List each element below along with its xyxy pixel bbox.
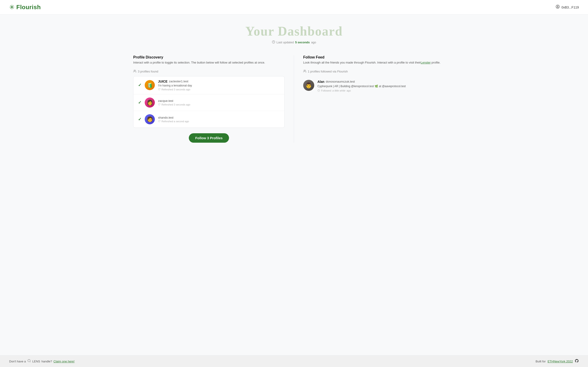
flourish-logo-icon: ✳ [9, 3, 15, 11]
avatar-shando [145, 114, 155, 124]
refresh-icon-juice [158, 88, 160, 91]
profile-info-shando: shando.test Refreshed a second ago [158, 116, 280, 123]
profile-item[interactable]: ✓ zacque.test [133, 94, 284, 111]
profile-info-zacque: zacque.test Refreshed 3 seconds ago [158, 99, 280, 106]
followed-count: 1 profiles followed via Flourish [303, 69, 455, 73]
footer-lens-text: LENS [32, 360, 40, 363]
clock-icon-feed [317, 89, 320, 92]
profile-refresh-zacque: Refreshed 3 seconds ago [158, 103, 280, 106]
profile-name-row-shando: shando.test [158, 116, 280, 119]
people-icon-feed [303, 69, 306, 73]
profile-bio-juice: I'm having a lensational day [158, 84, 280, 87]
dashboard-title: Your Dashboard [14, 24, 574, 39]
refresh-icon-zacque [158, 103, 160, 106]
refresh-text-zacque: Refreshed 3 seconds ago [162, 103, 190, 106]
profile-discovery-desc: Interact with a profile to toggle its se… [133, 60, 285, 65]
followed-text: Followed [321, 89, 331, 92]
logo-text: Flourish [16, 4, 41, 11]
profile-handle-zacque: zacque.test [158, 99, 173, 102]
footer-dont-have: Don't have a [9, 360, 26, 363]
avatar-zacque [145, 98, 155, 108]
followed-handle-alan: donosonaumczuk.test [326, 80, 355, 83]
footer-left: Don't have a LENS handle? Claim one here… [9, 359, 75, 364]
wallet-icon [556, 5, 560, 10]
followed-item[interactable]: Alan donosonaumczuk.test Cypherpunk | AR… [303, 77, 455, 95]
check-icon-zacque: ✓ [138, 100, 141, 105]
svg-point-4 [304, 70, 305, 71]
profile-display-name-juice: JUICE [158, 80, 167, 83]
followed-name-row-alan: Alan donosonaumczuk.test [317, 80, 455, 83]
follow-feed-desc-prefix: Look through all the friends you made th… [303, 61, 421, 64]
profile-handle-shando: shando.test [158, 116, 173, 119]
followed-info-alan: Alan donosonaumczuk.test Cypherpunk | AR… [317, 80, 455, 92]
refresh-icon-shando [158, 120, 160, 123]
svg-point-1 [557, 6, 558, 7]
footer-claim-link[interactable]: Claim one here! [53, 360, 75, 363]
check-icon-shando: ✓ [138, 117, 141, 122]
clock-icon [272, 40, 275, 44]
profile-name-row-zacque: zacque.test [158, 99, 280, 102]
last-updated-suffix: ago [311, 41, 316, 44]
last-updated: Last updated 5 seconds ago [14, 40, 574, 44]
follow-feed-desc: Look through all the friends you made th… [303, 60, 455, 65]
profile-discovery-title: Profile Discovery [133, 55, 285, 59]
last-updated-prefix: Last updated [277, 41, 294, 44]
avatar-juice [145, 80, 155, 90]
followed-suffix: ago [346, 89, 351, 92]
main-content: Your Dashboard Last updated 5 seconds ag… [0, 15, 588, 355]
follow-button-container: Follow 3 Profiles [133, 133, 285, 143]
refresh-text-shando: Refreshed a second ago [162, 120, 189, 123]
lens-icon [27, 359, 31, 364]
followed-time-alan: Followed a little while ago [317, 89, 455, 92]
profile-refresh-shando: Refreshed a second ago [158, 120, 280, 123]
profile-list: ✓ JUICE zactester1.test I'm having a len… [133, 76, 285, 128]
profile-handle-juice: zactester1.test [169, 80, 188, 83]
check-icon-juice: ✓ [138, 83, 141, 88]
columns-layout: Profile Discovery Interact with a profil… [133, 55, 455, 143]
refresh-text-juice: Refreshed 3 seconds ago [162, 88, 190, 91]
profile-info-juice: JUICE zactester1.test I'm having a lensa… [158, 80, 280, 91]
profile-count-label: 3 profiles found [138, 70, 158, 73]
dashboard-header: Your Dashboard Last updated 5 seconds ag… [14, 24, 574, 44]
profile-item[interactable]: ✓ shando.test [133, 111, 284, 127]
wallet-address: 0xB3...F119 [562, 6, 579, 9]
follow-feed-title: Follow Feed [303, 55, 455, 59]
last-updated-time: 5 seconds [295, 41, 310, 44]
footer: Don't have a LENS handle? Claim one here… [0, 355, 588, 367]
followed-name-alan: Alan [317, 80, 324, 83]
profile-discovery-section: Profile Discovery Interact with a profil… [133, 55, 294, 143]
follow-feed-desc-suffix: profile. [431, 61, 441, 64]
followed-time-text: a little while [332, 89, 346, 92]
header: ✳ Flourish 0xB3...F119 [0, 0, 588, 15]
footer-right: Built for ETHNewYork 2022 [536, 359, 579, 364]
profile-refresh-juice: Refreshed 3 seconds ago [158, 88, 280, 91]
lenster-link[interactable]: Lenster [421, 61, 431, 64]
svg-point-3 [134, 70, 135, 71]
followed-count-label: 1 profiles followed via Flourish [308, 70, 348, 73]
profile-count: 3 profiles found [133, 69, 285, 73]
svg-point-6 [28, 359, 30, 362]
follow-profiles-button[interactable]: Follow 3 Profiles [189, 133, 229, 143]
github-icon[interactable] [575, 359, 579, 364]
people-icon [133, 69, 137, 73]
footer-handle-text: handle? [42, 360, 52, 363]
logo-area[interactable]: ✳ Flourish [9, 3, 41, 11]
follow-feed-section: Follow Feed Look through all the friends… [294, 55, 455, 143]
svg-line-7 [30, 361, 31, 362]
footer-built-for: Built for [536, 360, 546, 363]
footer-eth-link[interactable]: ETHNewYork 2022 [548, 360, 573, 363]
profile-item[interactable]: ✓ JUICE zactester1.test I'm having a len… [133, 76, 284, 94]
profile-name-row-juice: JUICE zactester1.test [158, 80, 280, 83]
avatar-alan [303, 80, 314, 91]
followed-bio-alan: Cypherpunk | AR | Building @lensprotocol… [317, 84, 455, 88]
wallet-button[interactable]: 0xB3...F119 [556, 5, 579, 10]
